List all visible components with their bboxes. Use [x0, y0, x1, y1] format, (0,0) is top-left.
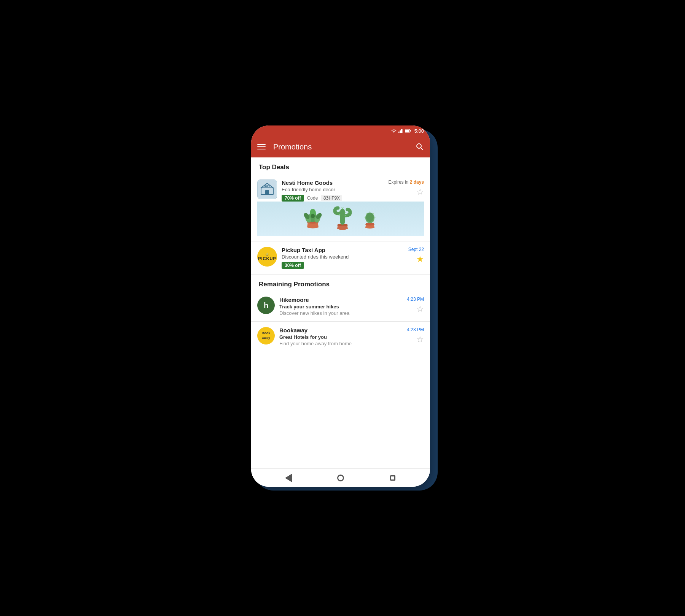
nav-home-button[interactable] — [334, 471, 347, 485]
hikemoore-desc: Discover new hikes in your area — [279, 310, 402, 316]
promo-card-pickup[interactable]: 🚖 PICKUP Pickup Taxi App Discounted ride… — [251, 241, 430, 275]
nesti-badges: 70% off Code 83HF9X — [282, 195, 384, 202]
pickup-discount-badge: 30% off — [282, 262, 304, 269]
hikemoore-time: 4:23 PM — [407, 297, 424, 302]
pickup-star-icon[interactable]: ★ — [416, 254, 424, 264]
pickup-logo: 🚖 PICKUP — [257, 247, 277, 267]
status-bar: 5:00 — [251, 125, 430, 136]
pickup-text-main: PICKUP — [258, 256, 276, 261]
nesti-star-icon[interactable]: ☆ — [416, 187, 424, 197]
svg-rect-2 — [400, 130, 401, 133]
nesti-meta: Nesti Home Goods Eco-friendly home decor… — [282, 179, 384, 202]
cactus-small-pot — [362, 206, 379, 231]
top-deals-header: Top Deals — [251, 157, 430, 174]
app-bar-title: Promotions — [273, 143, 416, 151]
content-area: Top Deals NESTI Nes — [251, 157, 430, 468]
pickup-badges: 30% off — [282, 262, 404, 269]
bookaway-star-icon[interactable]: ☆ — [416, 335, 424, 345]
bookaway-avatar: Bookaway — [257, 327, 275, 345]
hikemoore-meta: Hikemoore Track your summer hikes Discov… — [279, 297, 402, 316]
nav-back-button[interactable] — [282, 471, 295, 485]
pickup-desc: Discounted rides this weekend — [282, 254, 404, 260]
bookaway-meta: Bookaway Great Hotels for you Find your … — [279, 327, 402, 346]
svg-rect-6 — [410, 130, 411, 132]
hamburger-line-3 — [257, 149, 266, 149]
hikemoore-star-icon[interactable]: ☆ — [416, 304, 424, 314]
nesti-promo-image — [257, 202, 424, 236]
bookaway-avatar-text: Bookaway — [262, 331, 271, 340]
pickup-meta: Pickup Taxi App Discounted rides this we… — [282, 247, 404, 269]
promo-card-top-pickup: 🚖 PICKUP Pickup Taxi App Discounted ride… — [257, 247, 424, 269]
wifi-icon — [391, 129, 397, 133]
phone-wrapper: 5:00 Promotions Top Deals — [251, 125, 434, 491]
nav-recent-button[interactable] — [386, 471, 400, 485]
svg-point-22 — [311, 214, 315, 218]
nav-home-icon — [337, 475, 344, 481]
pickup-date: Sept 22 — [408, 247, 424, 252]
bookaway-desc: Find your home away from home — [279, 341, 402, 346]
svg-text:NESTI: NESTI — [264, 185, 270, 187]
nesti-code-label: Code — [307, 195, 318, 201]
svg-line-9 — [421, 148, 423, 150]
battery-icon — [405, 129, 411, 133]
pickup-name: Pickup Taxi App — [282, 247, 404, 253]
nav-recent-icon — [390, 475, 395, 481]
remaining-promotions-header: Remaining Promotions — [251, 275, 430, 291]
hikemoore-name: Hikemoore — [279, 297, 402, 303]
nesti-right: Expires in 2 days ☆ — [389, 179, 424, 197]
hamburger-line-2 — [257, 146, 266, 147]
nav-bar — [251, 468, 430, 487]
nesti-desc: Eco-friendly home decor — [282, 187, 384, 192]
phone-frame: 5:00 Promotions Top Deals — [251, 125, 430, 487]
hikemoore-right: 4:23 PM ☆ — [407, 297, 424, 314]
svg-rect-4 — [402, 129, 403, 133]
svg-rect-7 — [405, 130, 409, 132]
pickup-right: Sept 22 ★ — [408, 247, 424, 264]
nav-back-icon — [285, 474, 292, 482]
remaining-card-hikemoore[interactable]: h Hikemoore Track your summer hikes Disc… — [251, 291, 430, 322]
signal-icon — [398, 129, 403, 133]
status-icons: 5:00 — [391, 128, 424, 134]
app-bar: Promotions — [251, 136, 430, 157]
hikemoore-avatar: h — [257, 297, 275, 314]
remaining-card-bookaway[interactable]: Bookaway Bookaway Great Hotels for you F… — [251, 322, 430, 352]
hamburger-menu-icon[interactable] — [257, 144, 266, 149]
svg-line-24 — [339, 211, 340, 212]
svg-line-26 — [345, 212, 346, 213]
bookaway-right: 4:23 PM ☆ — [407, 327, 424, 345]
nesti-logo: NESTI — [257, 179, 277, 199]
svg-line-35 — [373, 221, 374, 222]
nesti-name: Nesti Home Goods — [282, 179, 384, 186]
nesti-expires: Expires in 2 days — [389, 179, 424, 185]
expires-prefix: Expires in — [389, 179, 410, 185]
svg-rect-13 — [265, 190, 269, 195]
hikemoore-subtitle: Track your summer hikes — [279, 304, 402, 310]
hamburger-line-1 — [257, 144, 266, 145]
nesti-code-value: 83HF9X — [321, 195, 342, 201]
svg-line-33 — [373, 213, 374, 214]
succulent-plant — [303, 205, 323, 232]
expires-days: 2 days — [410, 179, 424, 185]
svg-marker-0 — [392, 131, 395, 133]
bookaway-subtitle: Great Hotels for you — [279, 334, 402, 340]
pickup-text-top: 🚖 — [265, 253, 269, 256]
svg-line-36 — [366, 213, 367, 214]
svg-point-31 — [366, 213, 374, 222]
svg-rect-3 — [401, 129, 402, 133]
promo-card-top-nesti: NESTI Nesti Home Goods Eco-friendly home… — [257, 179, 424, 202]
svg-line-29 — [342, 207, 343, 209]
promo-card-nesti[interactable]: NESTI Nesti Home Goods Eco-friendly home… — [251, 174, 430, 241]
bookaway-time: 4:23 PM — [407, 327, 424, 332]
succulent-pot — [303, 205, 323, 232]
search-icon[interactable] — [416, 143, 424, 151]
nesti-discount-badge: 70% off — [282, 195, 304, 202]
cactus-tall-pot — [331, 204, 354, 233]
status-time: 5:00 — [414, 128, 424, 134]
svg-rect-1 — [398, 132, 400, 133]
bookaway-name: Bookaway — [279, 327, 402, 333]
